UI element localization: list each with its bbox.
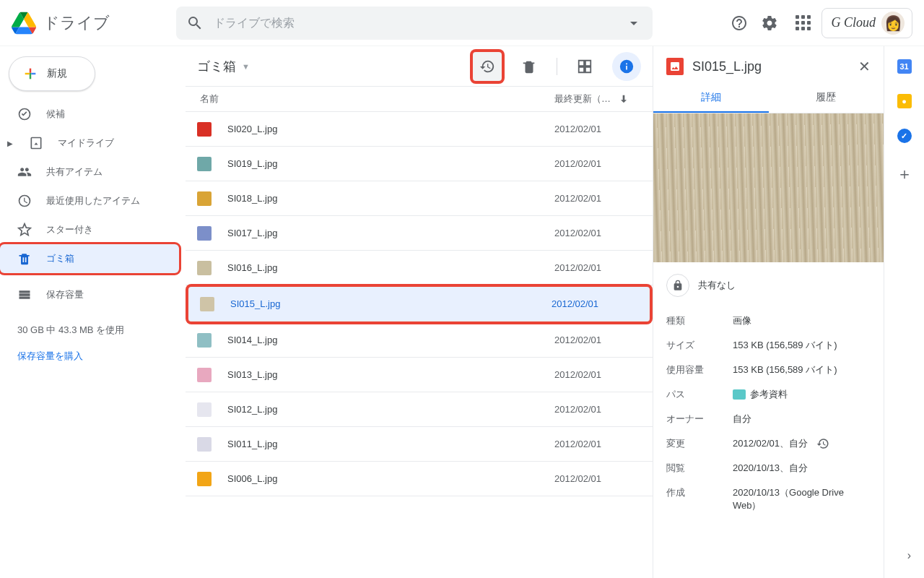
file-name: SI020_L.jpg [227, 124, 554, 134]
prop-mod-k: 変更 [666, 437, 733, 450]
sidebar-item-priority[interactable]: 候補 [0, 100, 173, 129]
people-icon [17, 165, 32, 179]
file-date: 2012/02/01 [554, 193, 641, 204]
sidebar-item-shared[interactable]: 共有アイテム [0, 158, 173, 186]
file-thumbnail [197, 191, 212, 206]
clock-icon [17, 194, 32, 208]
file-date: 2012/02/01 [554, 473, 641, 484]
file-thumbnail [197, 333, 212, 348]
prop-path-k: パス [666, 388, 733, 401]
calendar-addon-icon[interactable]: 31 [897, 59, 912, 74]
breadcrumb[interactable]: ゴミ箱 ▼ [197, 58, 250, 75]
file-row[interactable]: SI016_L.jpg 2012/02/01 [186, 251, 653, 285]
tab-details[interactable]: 詳細 [653, 84, 769, 113]
sidebar-item-label: 共有アイテム [46, 165, 103, 178]
info-button[interactable] [612, 52, 641, 81]
delete-forever-button[interactable] [515, 52, 544, 81]
check-circle-icon [17, 107, 32, 121]
file-row[interactable]: SI014_L.jpg 2012/02/01 [186, 323, 653, 358]
file-name: SI006_L.jpg [227, 473, 554, 484]
grid-view-button[interactable] [570, 52, 599, 81]
prop-used-v: 153 KB (156,589 バイト) [733, 363, 871, 376]
file-thumbnail [197, 226, 212, 241]
sidebar-item-storage[interactable]: 保存容量 [0, 280, 173, 309]
chevron-down-icon[interactable]: ▼ [242, 62, 250, 71]
add-addon-icon[interactable]: ＋ [897, 163, 912, 185]
file-name: SI017_L.jpg [227, 228, 554, 238]
file-preview[interactable] [653, 113, 884, 262]
apps-icon[interactable] [794, 14, 811, 32]
header-bar: ドライブ G Cloud 👩 [0, 0, 924, 46]
buy-storage-link[interactable]: 保存容量を購入 [17, 350, 167, 363]
sidebar-item-label: 最近使用したアイテム [46, 194, 140, 207]
collapse-rail-icon[interactable]: › [907, 549, 911, 562]
file-thumbnail [197, 437, 212, 452]
close-icon[interactable]: ✕ [858, 58, 871, 75]
history-icon[interactable] [816, 437, 829, 450]
sidebar-item-label: スター付き [46, 223, 93, 236]
file-row[interactable]: SI011_L.jpg 2012/02/01 [186, 427, 653, 462]
sidebar-item-mydrive[interactable]: ▶ マイドライブ [0, 129, 173, 158]
file-row[interactable]: SI006_L.jpg 2012/02/01 [186, 462, 653, 496]
details-filename: SI015_L.jpg [692, 59, 850, 74]
tasks-addon-icon[interactable]: ✓ [897, 129, 912, 143]
sidebar-item-trash[interactable]: ゴミ箱 [0, 244, 179, 273]
prop-type-k: 種類 [666, 314, 733, 327]
sidebar-item-starred[interactable]: スター付き [0, 215, 173, 244]
file-date: 2012/02/01 [554, 369, 641, 380]
star-icon [17, 223, 32, 237]
side-rail: 31 ● ✓ ＋ [884, 46, 924, 578]
storage-usage-text: 30 GB 中 43.3 MB を使用 [17, 324, 124, 335]
prop-path-v[interactable]: 参考資料 [733, 388, 871, 401]
search-input[interactable] [214, 17, 615, 30]
file-name: SI011_L.jpg [227, 439, 554, 449]
col-name[interactable]: 名前 [197, 92, 554, 105]
account-chip[interactable]: G Cloud 👩 [821, 8, 912, 38]
col-modified[interactable]: 最終更新（… [554, 92, 641, 105]
keep-addon-icon[interactable]: ● [897, 94, 912, 108]
logo[interactable]: ドライブ [12, 11, 170, 35]
prop-mod-v: 2012/02/01、自分 [733, 437, 871, 450]
search-dropdown-icon[interactable] [625, 14, 642, 32]
sidebar-item-label: 候補 [46, 108, 65, 121]
file-row[interactable]: SI020_L.jpg 2012/02/01 [186, 112, 653, 147]
file-thumbnail [197, 402, 212, 417]
sidebar-item-recent[interactable]: 最近使用したアイテム [0, 186, 173, 215]
avatar: 👩 [881, 12, 905, 35]
column-headers: 名前 最終更新（… [186, 87, 653, 112]
caret-right-icon[interactable]: ▶ [7, 139, 14, 147]
sidebar: 新規 候補 ▶ マイドライブ 共有アイテム 最近使用したアイテム ス [0, 46, 185, 578]
file-thumbnail [197, 472, 212, 486]
file-row[interactable]: SI018_L.jpg 2012/02/01 [186, 181, 653, 216]
search-bar[interactable] [176, 7, 653, 40]
settings-icon[interactable] [761, 14, 778, 32]
help-icon[interactable] [731, 14, 748, 32]
share-status: 共有なし [698, 279, 736, 292]
prop-size-v: 153 KB (156,589 バイト) [733, 339, 871, 352]
file-row[interactable]: SI015_L.jpg 2012/02/01 [188, 287, 650, 322]
prop-type-v: 画像 [733, 314, 871, 327]
file-list: SI020_L.jpg 2012/02/01 SI019_L.jpg 2012/… [186, 112, 653, 578]
file-row[interactable]: SI017_L.jpg 2012/02/01 [186, 216, 653, 251]
file-thumbnail [200, 297, 214, 311]
folder-icon [733, 389, 746, 400]
sidebar-item-label: 保存容量 [46, 288, 84, 301]
new-button[interactable]: 新規 [9, 56, 95, 91]
restore-button[interactable] [473, 52, 502, 81]
file-thumbnail [197, 122, 212, 137]
file-date: 2012/02/01 [554, 262, 641, 273]
file-row[interactable]: SI012_L.jpg 2012/02/01 [186, 392, 653, 427]
storage-info: 30 GB 中 43.3 MB を使用 保存容量を購入 [0, 315, 185, 371]
tab-activity[interactable]: 履歴 [769, 84, 884, 113]
main-content: ゴミ箱 ▼ 名前 最終更新（… SI020_L.jpg 2012/02/01 S… [185, 46, 653, 578]
file-row[interactable]: SI013_L.jpg 2012/02/01 [186, 358, 653, 392]
file-row[interactable]: SI019_L.jpg 2012/02/01 [186, 147, 653, 181]
sidebar-item-label: ゴミ箱 [46, 252, 74, 265]
prop-size-k: サイズ [666, 339, 733, 352]
file-date: 2012/02/01 [552, 298, 638, 309]
search-icon[interactable] [186, 14, 204, 32]
file-date: 2012/02/01 [554, 124, 641, 134]
file-thumbnail [197, 157, 212, 171]
prop-owner-v: 自分 [733, 413, 871, 426]
file-name: SI013_L.jpg [227, 369, 554, 380]
